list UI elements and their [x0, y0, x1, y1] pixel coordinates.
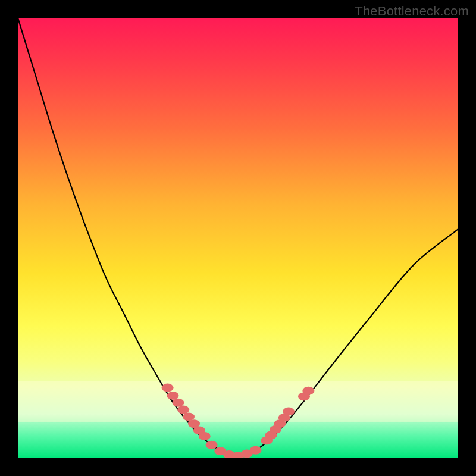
bottleneck-curve: [18, 18, 458, 456]
data-point-left-cluster-3: [172, 399, 184, 407]
chart-svg: [18, 18, 458, 458]
data-point-bottom-6: [250, 446, 262, 455]
data-point-right-upper-2: [302, 387, 314, 395]
data-point-right-cluster-6: [283, 408, 295, 416]
data-point-bottom-1: [206, 441, 218, 449]
data-point-left-cluster-8: [199, 432, 211, 440]
watermark-text: TheBottleneck.com: [355, 4, 469, 19]
plot-area: [18, 18, 458, 458]
chart-frame: TheBottleneck.com: [0, 0, 476, 476]
data-points-group: [162, 384, 315, 458]
data-point-left-cluster-4: [177, 406, 189, 414]
data-point-left-cluster-2: [167, 392, 179, 400]
data-point-left-cluster-5: [183, 412, 195, 421]
data-point-left-cluster-1: [162, 384, 174, 392]
